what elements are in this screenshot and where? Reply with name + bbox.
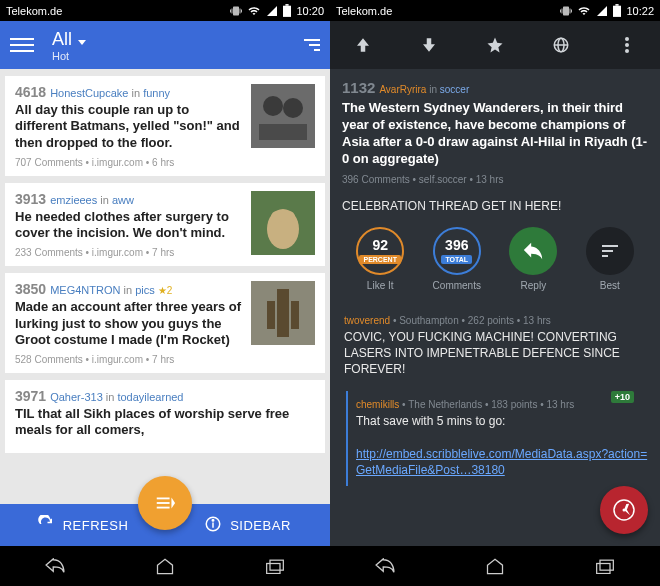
comments-label: Comments bbox=[433, 280, 481, 291]
post-card[interactable]: 3913emzieees in aww He needed clothes af… bbox=[5, 183, 325, 267]
overflow-button[interactable] bbox=[607, 37, 647, 53]
svg-rect-19 bbox=[157, 507, 170, 509]
post-subreddit: soccer bbox=[440, 84, 469, 95]
comment-flair: The Netherlands bbox=[408, 399, 482, 410]
post-meta: 707 Comments • i.imgur.com • 6 hrs bbox=[15, 157, 243, 168]
likeit-badge: PERCENT bbox=[359, 255, 400, 264]
globe-button[interactable] bbox=[541, 36, 581, 54]
android-nav bbox=[0, 546, 330, 586]
comment[interactable]: +10 chemikills • The Netherlands • 183 p… bbox=[346, 391, 648, 486]
status-bar: Telekom.de 10:22 bbox=[330, 0, 660, 21]
svg-rect-0 bbox=[283, 6, 291, 17]
post-feed[interactable]: 4618HonestCupcake in funny All day this … bbox=[0, 69, 330, 546]
signal-icon bbox=[596, 5, 608, 17]
svg-point-8 bbox=[271, 211, 283, 223]
svg-rect-11 bbox=[277, 289, 289, 337]
fab-icon bbox=[154, 492, 176, 514]
svg-rect-18 bbox=[157, 502, 170, 504]
svg-point-4 bbox=[263, 96, 283, 116]
star-button[interactable] bbox=[475, 36, 515, 54]
header-title: All bbox=[52, 29, 72, 49]
post-subreddit: pics bbox=[135, 284, 155, 296]
fab-button[interactable] bbox=[600, 486, 648, 534]
svg-rect-3 bbox=[259, 124, 307, 140]
thread-view[interactable]: 1132AvarRyrira in soccer The Western Syd… bbox=[330, 69, 660, 546]
svg-point-27 bbox=[625, 37, 629, 41]
status-bar: Telekom.de 10:20 bbox=[0, 0, 330, 21]
menu-icon[interactable] bbox=[10, 38, 34, 52]
comment-link[interactable]: http://embed.scribblelive.com/MediaData.… bbox=[356, 447, 647, 477]
post-thumbnail[interactable] bbox=[251, 84, 315, 148]
new-badge: +10 bbox=[611, 391, 634, 403]
likeit-label: Like It bbox=[367, 280, 394, 291]
back-button[interactable] bbox=[373, 554, 397, 578]
post-title: He needed clothes after surgery to cover… bbox=[15, 209, 243, 242]
right-phone: Telekom.de 10:22 1132AvarRyrira in socce… bbox=[330, 0, 660, 586]
post-score: 3971 bbox=[15, 388, 46, 404]
post-card[interactable]: 4618HonestCupcake in funny All day this … bbox=[5, 76, 325, 176]
battery-icon bbox=[283, 4, 291, 17]
comment-author: twoverend bbox=[344, 315, 390, 326]
reply-icon bbox=[522, 242, 544, 260]
post-author: HonestCupcake bbox=[50, 87, 128, 99]
svg-rect-13 bbox=[291, 301, 299, 329]
svg-rect-21 bbox=[267, 564, 280, 574]
battery-icon bbox=[613, 4, 621, 17]
info-icon bbox=[204, 515, 222, 536]
gold-badge: ★2 bbox=[158, 285, 173, 296]
post-author: AvarRyrira bbox=[379, 84, 426, 95]
post-card[interactable]: 3850MEG4NTRON in pics ★2 Made an account… bbox=[5, 273, 325, 373]
app-header bbox=[330, 21, 660, 69]
comment-age: 13 hrs bbox=[546, 399, 574, 410]
post-score: 3850 bbox=[15, 281, 46, 297]
post-title: The Western Sydney Wanderers, in their t… bbox=[342, 100, 648, 168]
comments-button[interactable]: 396TOTAL Comments bbox=[433, 227, 481, 291]
post-card[interactable]: 3971Qaher-313 in todayilearned TIL that … bbox=[5, 380, 325, 453]
svg-rect-32 bbox=[600, 560, 613, 570]
svg-rect-17 bbox=[157, 498, 170, 500]
post-author: MEG4NTRON bbox=[50, 284, 120, 296]
recents-button[interactable] bbox=[263, 554, 287, 578]
svg-rect-20 bbox=[270, 560, 283, 570]
upvote-button[interactable] bbox=[343, 36, 383, 54]
likeit-button[interactable]: 92PERCENT Like It bbox=[356, 227, 404, 291]
refresh-icon bbox=[37, 515, 55, 536]
comment-points: 183 points bbox=[491, 399, 537, 410]
post-score: 1132 bbox=[342, 79, 375, 96]
carrier-label: Telekom.de bbox=[6, 5, 62, 17]
post-meta: 233 Comments • i.imgur.com • 7 hrs bbox=[15, 247, 243, 258]
downvote-button[interactable] bbox=[409, 36, 449, 54]
post-thumbnail[interactable] bbox=[251, 281, 315, 345]
post-meta: 396 Comments • self.soccer • 13 hrs bbox=[342, 174, 648, 185]
post-title: All day this couple ran up to different … bbox=[15, 102, 243, 151]
reply-button[interactable]: Reply bbox=[509, 227, 557, 291]
post-title: TIL that all Sikh places of worship serv… bbox=[15, 406, 315, 439]
comment-age: 13 hrs bbox=[523, 315, 551, 326]
post-thumbnail[interactable] bbox=[251, 191, 315, 255]
svg-rect-33 bbox=[597, 564, 610, 574]
sort-icon[interactable] bbox=[304, 39, 320, 51]
post-subreddit: funny bbox=[143, 87, 170, 99]
home-button[interactable] bbox=[483, 554, 507, 578]
compass-icon bbox=[612, 498, 636, 522]
comment-points: 262 points bbox=[468, 315, 514, 326]
android-nav bbox=[330, 546, 660, 586]
comment-body: That save with 5 mins to go: http://embe… bbox=[356, 413, 648, 478]
home-button[interactable] bbox=[153, 554, 177, 578]
refresh-label: REFRESH bbox=[63, 518, 129, 533]
post-subreddit: aww bbox=[112, 194, 134, 206]
svg-point-9 bbox=[283, 211, 295, 223]
reply-label: Reply bbox=[521, 280, 547, 291]
comment-author: chemikills bbox=[356, 399, 399, 410]
recents-button[interactable] bbox=[593, 554, 617, 578]
post-body: CELEBRATION THREAD GET IN HERE! bbox=[342, 199, 648, 213]
sort-icon bbox=[602, 245, 618, 257]
subreddit-selector[interactable]: All Hot bbox=[52, 29, 304, 62]
comment[interactable]: twoverend • Southampton • 262 points • 1… bbox=[334, 307, 648, 386]
best-button[interactable]: Best bbox=[586, 227, 634, 291]
back-button[interactable] bbox=[43, 554, 67, 578]
clock-label: 10:20 bbox=[296, 5, 324, 17]
clock-label: 10:22 bbox=[626, 5, 654, 17]
svg-rect-22 bbox=[613, 6, 621, 17]
fab-button[interactable] bbox=[138, 476, 192, 530]
